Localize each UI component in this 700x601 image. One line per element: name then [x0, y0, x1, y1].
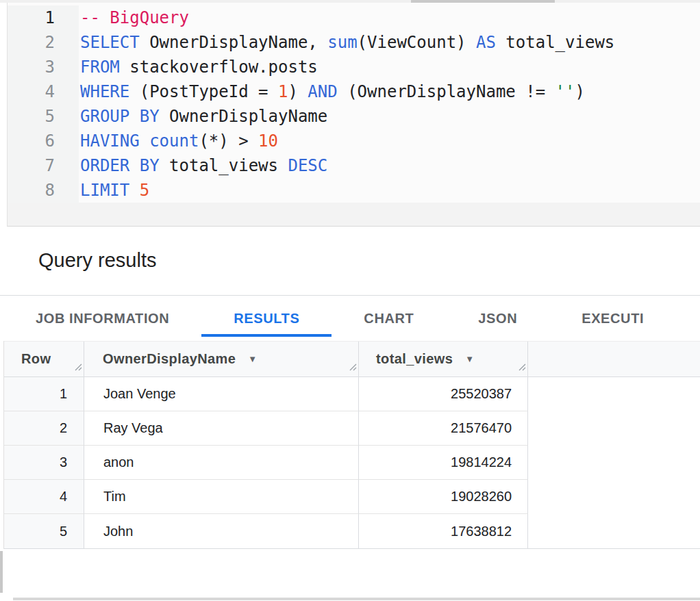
code-token: (OwnerDisplayName != — [338, 82, 555, 101]
code-token: -- BigQuery — [80, 8, 189, 27]
table-row: 3anon19814224 — [4, 446, 700, 480]
code-area[interactable]: -- BigQuerySELECT OwnerDisplayName, sum(… — [79, 5, 700, 203]
code-token: stackoverflow.posts — [120, 57, 318, 77]
cell-filler — [528, 514, 700, 548]
cell-total-views: 25520387 — [359, 377, 528, 411]
results-table-header: Row OwnerDisplayName ▼ total_views ▼ — [4, 341, 700, 377]
cell-total-views: 17638812 — [359, 514, 528, 548]
line-number: 7 — [8, 153, 55, 178]
tab-job-information[interactable]: JOB INFORMATION — [3, 296, 201, 341]
editor-scroll-area[interactable]: 12345678 -- BigQuerySELECT OwnerDisplayN… — [8, 3, 700, 203]
code-token: WHERE — [80, 82, 129, 101]
table-bottom-border — [4, 548, 700, 549]
code-token — [140, 131, 149, 151]
table-row: 1Joan Venge25520387 — [4, 377, 700, 411]
results-tbody: 1Joan Venge255203872Ray Vega215764703ano… — [4, 377, 700, 548]
results-vscrollbar-thumb[interactable] — [0, 551, 3, 593]
code-token: AND — [308, 82, 337, 101]
cell-ownerdisplayname: John — [84, 514, 359, 548]
code-token: 1 — [278, 82, 288, 101]
code-line[interactable]: SELECT OwnerDisplayName, sum(ViewCount) … — [80, 30, 700, 55]
query-results-title: Query results — [38, 249, 156, 272]
code-token: LIMIT — [80, 181, 129, 200]
sql-editor[interactable]: 12345678 -- BigQuerySELECT OwnerDisplayN… — [7, 3, 700, 227]
line-number: 1 — [8, 5, 55, 30]
resize-grip-icon[interactable] — [517, 359, 526, 374]
results-hscrollbar-thumb[interactable] — [13, 598, 700, 600]
cell-filler — [528, 411, 700, 446]
code-token: 5 — [140, 181, 149, 200]
cell-row-number: 5 — [4, 514, 84, 548]
bigquery-panel: 12345678 -- BigQuerySELECT OwnerDisplayN… — [0, 0, 700, 601]
column-header-filler — [528, 342, 700, 377]
code-line[interactable]: GROUP BY OwnerDisplayName — [80, 104, 700, 129]
cell-filler — [528, 480, 700, 514]
cell-row-number: 4 — [4, 480, 84, 514]
table-row: 4Tim19028260 — [4, 480, 700, 514]
column-header-ownerdisplayname-label: OwnerDisplayName — [103, 351, 236, 367]
cell-filler — [528, 377, 700, 411]
column-header-row-label: Row — [21, 351, 51, 367]
code-token: 10 — [258, 131, 278, 151]
code-token: OwnerDisplayName, — [140, 33, 328, 52]
code-token: (*) > — [199, 131, 258, 151]
cell-total-views: 21576470 — [359, 411, 528, 446]
cell-total-views: 19028260 — [359, 480, 528, 514]
line-number: 8 — [8, 178, 55, 203]
code-line[interactable]: WHERE (PostTypeId = 1) AND (OwnerDisplay… — [80, 79, 700, 104]
code-line[interactable]: LIMIT 5 — [80, 178, 700, 203]
column-header-total-views: total_views ▼ — [359, 342, 528, 377]
line-number: 5 — [8, 104, 55, 129]
cell-ownerdisplayname: Joan Venge — [84, 377, 359, 411]
cell-ownerdisplayname: Ray Vega — [84, 411, 359, 446]
code-token: (ViewCount) — [358, 33, 476, 52]
code-token: ) — [575, 82, 585, 101]
query-results-header: Query results — [0, 227, 700, 296]
code-token: FROM — [80, 57, 120, 77]
cell-total-views: 19814224 — [359, 446, 528, 480]
tab-json[interactable]: JSON — [446, 296, 549, 341]
resize-grip-icon[interactable] — [73, 359, 82, 374]
tab-executi[interactable]: EXECUTI — [549, 296, 676, 341]
column-header-total-views-label: total_views — [376, 351, 453, 367]
line-number: 4 — [8, 79, 55, 104]
code-token: sum — [327, 33, 357, 52]
code-token: ORDER BY — [80, 156, 160, 175]
cell-ownerdisplayname: Tim — [84, 480, 359, 514]
code-token: GROUP BY — [80, 107, 160, 126]
code-token: OwnerDisplayName — [160, 107, 328, 126]
code-token — [129, 181, 139, 200]
cell-row-number: 3 — [4, 446, 84, 480]
cell-row-number: 2 — [4, 411, 84, 446]
line-number: 3 — [8, 55, 55, 79]
resize-grip-icon[interactable] — [348, 359, 357, 374]
column-menu-arrow-icon[interactable]: ▼ — [248, 354, 257, 364]
code-token: total_views — [496, 33, 614, 52]
code-token: DESC — [288, 156, 327, 175]
line-number: 2 — [8, 30, 55, 55]
code-token: AS — [476, 33, 496, 52]
code-token: count — [149, 131, 199, 151]
tab-results[interactable]: RESULTS — [201, 296, 332, 341]
cell-row-number: 1 — [4, 377, 84, 411]
column-header-row: Row — [4, 342, 84, 377]
tab-chart[interactable]: CHART — [332, 296, 446, 341]
code-token: total_views — [160, 156, 288, 175]
table-row: 5John17638812 — [4, 514, 700, 548]
code-token: (PostTypeId = — [129, 82, 278, 101]
results-table: Row OwnerDisplayName ▼ total_views ▼ — [3, 341, 700, 549]
column-menu-arrow-icon[interactable]: ▼ — [465, 354, 474, 364]
cell-filler — [528, 446, 700, 480]
line-number: 6 — [8, 129, 55, 153]
code-line[interactable]: ORDER BY total_views DESC — [80, 153, 700, 178]
results-tabbar: JOB INFORMATIONRESULTSCHARTJSONEXECUTI — [0, 296, 700, 341]
code-token: HAVING — [80, 131, 140, 151]
code-line[interactable]: FROM stackoverflow.posts — [80, 55, 700, 79]
code-token: '' — [555, 82, 575, 101]
code-token: ) — [288, 82, 308, 101]
code-line[interactable]: HAVING count(*) > 10 — [80, 129, 700, 153]
table-row: 2Ray Vega21576470 — [4, 411, 700, 446]
code-line[interactable]: -- BigQuery — [80, 5, 700, 30]
column-header-ownerdisplayname: OwnerDisplayName ▼ — [84, 342, 359, 377]
cell-ownerdisplayname: anon — [84, 446, 359, 480]
